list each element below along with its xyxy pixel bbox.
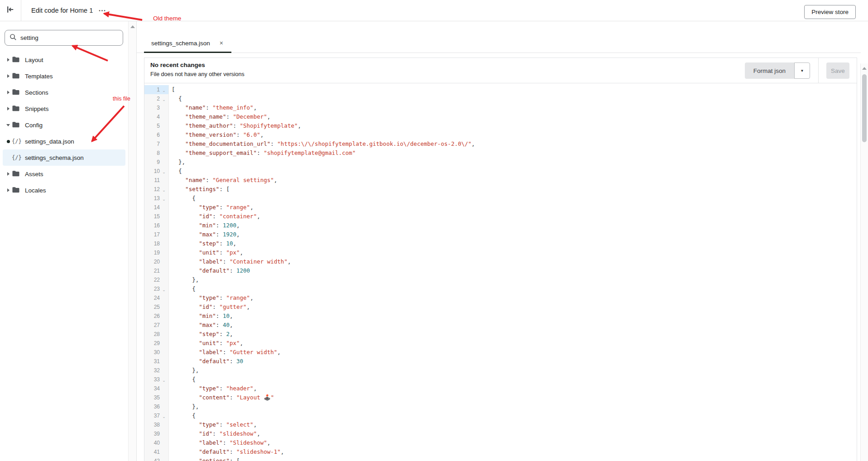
- code-line[interactable]: 30 "label": "Gutter width",: [144, 348, 857, 357]
- code-line[interactable]: 16 "min": 1200,: [144, 221, 857, 230]
- code-line[interactable]: 40 "label": "Slideshow",: [144, 438, 857, 447]
- code-line[interactable]: 37⌄ {: [144, 411, 857, 420]
- code-line[interactable]: 27 "max": 40,: [144, 321, 857, 330]
- code-line[interactable]: 31 "default": 30: [144, 357, 857, 366]
- search-input[interactable]: [20, 34, 118, 41]
- code-line[interactable]: 11 "name": "General settings",: [144, 176, 857, 185]
- code-line[interactable]: 13⌄ {: [144, 194, 857, 203]
- code-line[interactable]: 2⌄ {: [144, 94, 857, 103]
- gutter-cell: 22: [144, 275, 169, 284]
- sidebar-scrollbar[interactable]: [128, 21, 137, 461]
- fold-toggle-icon[interactable]: ⌄: [160, 376, 168, 385]
- folder-icon: [12, 56, 20, 64]
- chevron-right-icon[interactable]: [7, 74, 10, 78]
- code-line[interactable]: 8 "theme_support_email": "shopifytemplat…: [144, 149, 857, 158]
- code-line[interactable]: 4 "theme_name": "December",: [144, 112, 857, 121]
- code-line[interactable]: 1⌄[: [144, 85, 857, 94]
- tree-item-layout[interactable]: Layout: [3, 52, 125, 68]
- code-text: "unit": "px",: [169, 248, 243, 257]
- code-line[interactable]: 34 "type": "header",: [144, 384, 857, 393]
- code-line[interactable]: 5 "theme_author": "Shopifytemplate",: [144, 121, 857, 130]
- fold-toggle-icon[interactable]: ⌄: [160, 412, 168, 421]
- fold-toggle-icon[interactable]: ⌄: [160, 86, 168, 95]
- fold-toggle-icon[interactable]: ⌄: [160, 168, 168, 177]
- chevron-right-icon[interactable]: [7, 172, 10, 176]
- tree-item-snippets[interactable]: Snippets: [3, 101, 125, 117]
- scroll-up-icon[interactable]: [862, 67, 867, 70]
- gutter-cell: 1⌄: [144, 85, 169, 94]
- code-line[interactable]: 6 "theme_version": "6.0",: [144, 130, 857, 139]
- code-line[interactable]: 24 "type": "range",: [144, 293, 857, 303]
- code-line[interactable]: 17 "max": 1920,: [144, 230, 857, 239]
- scrollbar-thumb[interactable]: [862, 74, 867, 142]
- code-line[interactable]: 10⌄ {: [144, 167, 857, 176]
- scroll-up-icon[interactable]: [130, 25, 135, 28]
- fold-toggle-icon[interactable]: ⌄: [160, 186, 168, 195]
- code-line[interactable]: 23⌄ {: [144, 284, 857, 293]
- code-line[interactable]: 28 "step": 2,: [144, 330, 857, 339]
- chevron-down-icon[interactable]: [6, 124, 10, 126]
- chevron-right-icon[interactable]: [7, 91, 10, 94]
- tree-item-locales[interactable]: Locales: [3, 182, 125, 198]
- code-line[interactable]: 3 "name": "theme_info",: [144, 103, 857, 112]
- code-line[interactable]: 29 "unit": "px",: [144, 339, 857, 348]
- format-dropdown-button[interactable]: ▼: [794, 62, 810, 79]
- overflow-menu-icon[interactable]: •••: [99, 8, 106, 13]
- code-line[interactable]: 20 "label": "Container width",: [144, 257, 857, 266]
- tree-item-config[interactable]: Config: [3, 117, 125, 133]
- code-line[interactable]: 36 },: [144, 402, 857, 411]
- tab-settings-schema-json[interactable]: settings_schema.json ×: [144, 33, 231, 53]
- fold-toggle-icon[interactable]: ⌄: [160, 285, 168, 294]
- code-line[interactable]: 15 "id": "container",: [144, 212, 857, 221]
- code-editor[interactable]: 1⌄[2⌄ {3 "name": "theme_info",4 "theme_n…: [144, 83, 857, 461]
- code-line[interactable]: 26 "min": 10,: [144, 312, 857, 321]
- format-json-button[interactable]: Format json: [745, 62, 794, 79]
- line-number: 17: [144, 230, 160, 239]
- chevron-right-icon[interactable]: [7, 188, 10, 192]
- fold-toggle-icon[interactable]: ⌄: [160, 195, 168, 204]
- editor-scrollbar[interactable]: [860, 63, 868, 461]
- file-search-box[interactable]: [5, 30, 123, 46]
- line-number: 40: [144, 438, 160, 447]
- code-line[interactable]: 38 "type": "select",: [144, 420, 857, 429]
- fold-toggle-icon[interactable]: ⌄: [160, 457, 168, 461]
- tree-item-templates[interactable]: Templates: [3, 68, 125, 84]
- tree-item-sections[interactable]: Sections: [3, 84, 125, 101]
- tree-item-settings-schema-json[interactable]: {/}settings_schema.json: [3, 149, 125, 166]
- save-button[interactable]: Save: [826, 62, 849, 79]
- chevron-right-icon[interactable]: [7, 107, 10, 110]
- code-text: {: [169, 375, 196, 384]
- code-line[interactable]: 32 },: [144, 366, 857, 375]
- code-line[interactable]: 14 "type": "range",: [144, 203, 857, 212]
- exit-editor-button[interactable]: [0, 0, 21, 21]
- chevron-right-icon[interactable]: [7, 58, 10, 62]
- code-line[interactable]: 22 },: [144, 275, 857, 284]
- preview-store-button[interactable]: Preview store: [804, 5, 856, 19]
- folder-icon: [12, 72, 20, 81]
- code-line[interactable]: 12⌄ "settings": [: [144, 185, 857, 194]
- tree-item-assets[interactable]: Assets: [3, 166, 125, 182]
- code-line[interactable]: 25 "id": "gutter",: [144, 303, 857, 312]
- code-line[interactable]: 19 "unit": "px",: [144, 248, 857, 257]
- close-tab-icon[interactable]: ×: [220, 40, 223, 46]
- line-number: 27: [144, 321, 160, 330]
- gutter-cell: 21: [144, 266, 169, 275]
- code-line[interactable]: 18 "step": 10,: [144, 239, 857, 248]
- line-number: 11: [144, 176, 160, 185]
- folder-icon: [12, 186, 20, 195]
- code-line[interactable]: 7 "theme_documentation_url": "https:\/\/…: [144, 139, 857, 149]
- line-number: 19: [144, 248, 160, 257]
- code-line[interactable]: 21 "default": 1200: [144, 266, 857, 275]
- tree-item-label: Layout: [25, 57, 43, 63]
- code-line[interactable]: 33⌄ {: [144, 375, 857, 384]
- code-line[interactable]: 42⌄ "options": [: [144, 456, 857, 461]
- fold-toggle-icon[interactable]: ⌄: [160, 95, 168, 104]
- code-text: },: [169, 275, 199, 284]
- code-line[interactable]: 35 "content": "Layout 🕹️": [144, 393, 857, 402]
- app-root: { "header": { "title": "Edit code for Ho…: [0, 0, 868, 461]
- code-line[interactable]: 39 "id": "slideshow",: [144, 429, 857, 438]
- code-line[interactable]: 9 },: [144, 158, 857, 167]
- gutter-cell: 4: [144, 112, 169, 121]
- code-line[interactable]: 41 "default": "slideshow-1",: [144, 447, 857, 456]
- tree-item-settings-data-json[interactable]: {/}settings_data.json: [3, 133, 125, 149]
